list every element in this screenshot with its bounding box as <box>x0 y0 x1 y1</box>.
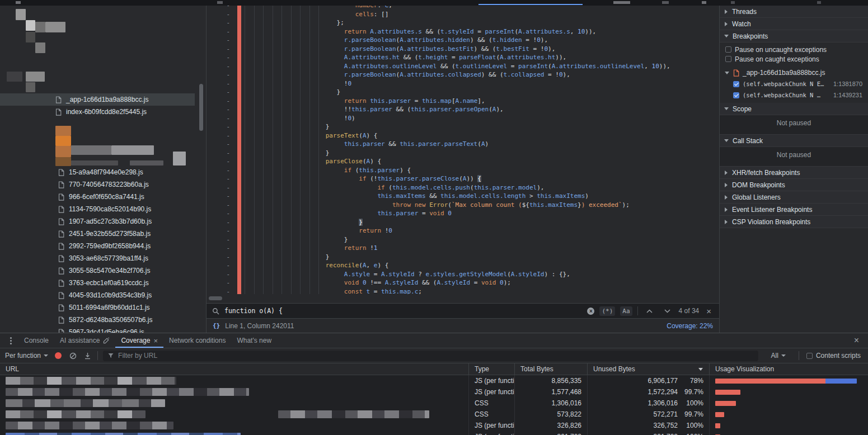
line-number[interactable]: - <box>207 261 230 270</box>
content-scripts-row[interactable]: Content scripts <box>804 351 863 361</box>
url-filter-input[interactable]: Filter by URL <box>103 351 758 361</box>
table-row[interactable]: CSS573,822572,27199.7% <box>0 409 868 420</box>
breakpoint-entry[interactable]: (self.webpackChunk_N_E…1:1381870 <box>720 78 868 89</box>
line-number[interactable]: - <box>207 45 230 54</box>
match-case-toggle[interactable]: Aa <box>620 306 632 316</box>
column-header-usage-visualization[interactable]: Usage Visualization <box>710 363 868 375</box>
line-number[interactable]: - <box>207 166 230 175</box>
section-breakpoints[interactable]: Breakpoints <box>720 30 868 42</box>
section-scope[interactable]: Scope <box>720 103 868 115</box>
line-number[interactable]: - <box>207 62 230 71</box>
table-row[interactable]: JS (per functi…326,826326,752100% <box>0 420 868 431</box>
line-number[interactable]: - <box>207 27 230 36</box>
line-number[interactable]: - <box>207 140 230 149</box>
tab-close-icon[interactable]: × <box>153 337 158 345</box>
line-number[interactable]: - <box>207 287 230 295</box>
find-previous-button[interactable] <box>643 308 656 314</box>
line-number[interactable]: - <box>207 70 230 79</box>
line-number[interactable]: - <box>207 209 230 218</box>
coverage-mode-select[interactable]: Per function <box>5 352 48 360</box>
file-item[interactable]: 1907-ad5c27c3b3b7d60b.js <box>0 215 206 228</box>
breakpoint-checkbox[interactable] <box>733 92 739 98</box>
column-header-unused-bytes[interactable]: Unused Bytes <box>588 363 710 375</box>
pause-uncaught-checkbox[interactable] <box>725 46 731 53</box>
file-item[interactable]: 966-6cef0f650c8a7441.js <box>0 191 206 203</box>
line-number[interactable]: - <box>207 218 230 227</box>
line-number[interactable]: - <box>207 6 230 10</box>
line-number[interactable]: - <box>207 226 230 235</box>
line-number[interactable]: - <box>207 36 230 45</box>
line-number[interactable]: - <box>207 97 230 106</box>
tab-console[interactable]: Console <box>18 333 54 348</box>
line-number[interactable]: - <box>207 88 230 97</box>
pause-caught-exceptions-row[interactable]: Pause on caught exceptions <box>720 54 868 64</box>
tab-coverage[interactable]: Coverage× <box>115 333 163 348</box>
section-watch[interactable]: Watch <box>720 18 868 30</box>
section-xhr-fetch-breakpoints[interactable]: XHR/fetch Breakpoints <box>720 167 868 179</box>
navigator-scrollbar[interactable] <box>199 84 203 131</box>
line-number[interactable]: - <box>207 183 230 192</box>
horizontal-scrollbar-thumb[interactable] <box>209 296 222 300</box>
file-item[interactable]: 3055-58c5470e34b2f706.js <box>0 264 206 277</box>
line-number[interactable]: - <box>207 131 230 140</box>
table-row[interactable]: JS (per functi…8,856,3356,906,17778% <box>0 375 868 386</box>
clear-input-icon[interactable]: × <box>587 308 594 315</box>
breakpoint-checkbox[interactable] <box>733 81 739 87</box>
line-number[interactable]: - <box>207 157 230 166</box>
record-coverage-button[interactable] <box>55 352 62 359</box>
export-coverage-icon[interactable] <box>83 352 92 360</box>
line-number[interactable]: - <box>207 114 230 123</box>
regex-toggle[interactable]: (*) <box>599 306 615 316</box>
drawer-close-button[interactable]: × <box>848 335 865 346</box>
file-item[interactable]: 2992-759ed9bf2658b944.js <box>0 240 206 252</box>
file-item[interactable]: 5872-d6248ba3506507b6.js <box>0 314 206 326</box>
file-item[interactable]: _app-1c66d1ba9a888bcc.js <box>0 93 195 106</box>
file-item[interactable]: 3053-ae68c57739ba1ff4.js <box>0 252 206 264</box>
file-item[interactable]: 15-a9a48f7944e0e298.js <box>0 166 206 178</box>
line-number[interactable]: - <box>207 278 230 287</box>
pause-caught-checkbox[interactable] <box>725 56 731 62</box>
pretty-print-icon[interactable]: {} <box>213 322 220 329</box>
line-number[interactable]: - <box>207 149 230 158</box>
line-number[interactable]: - <box>207 10 230 19</box>
line-number[interactable]: - <box>207 53 230 62</box>
tab-what-s-new[interactable]: What's new <box>231 333 277 348</box>
line-number[interactable]: - <box>207 192 230 201</box>
clear-coverage-icon[interactable] <box>68 352 78 360</box>
type-filter-select[interactable]: All <box>763 352 794 360</box>
code-content[interactable]: number: e, cells: [] }; return A.attribu… <box>244 6 719 294</box>
table-row[interactable]: CSS1,306,0161,306,016100% <box>0 398 868 409</box>
file-item[interactable]: 4045-93d1c0b9d354c3b9.js <box>0 289 206 301</box>
line-number[interactable]: - <box>207 201 230 210</box>
line-number[interactable]: - <box>207 235 230 244</box>
more-tools-icon[interactable] <box>10 340 12 342</box>
section-threads[interactable]: Threads <box>720 6 868 18</box>
file-item[interactable]: 3763-ecbc1ef0a619ccdc.js <box>0 277 206 289</box>
line-number[interactable]: - <box>207 105 230 114</box>
breakpoint-entry[interactable]: (self.webpackChunk_N_…1:1439231 <box>720 89 868 101</box>
line-number[interactable]: - <box>207 79 230 88</box>
find-next-button[interactable] <box>661 308 674 314</box>
file-item[interactable]: 1134-7590ca8c52014b90.js <box>0 203 206 215</box>
table-row[interactable]: JS (per functi…1,577,4681,572,29499.7% <box>0 386 868 398</box>
section-global-listeners[interactable]: Global Listeners <box>720 191 868 204</box>
file-item[interactable]: 770-740564783223b60a.js <box>0 178 206 191</box>
section-call-stack[interactable]: Call Stack <box>720 135 868 147</box>
section-event-listener-breakpoints[interactable]: Event Listener Breakpoints <box>720 204 868 216</box>
line-number[interactable]: - <box>207 174 230 183</box>
line-number-gutter[interactable]: ---------------------------------- <box>207 6 237 294</box>
breakpoint-file-group[interactable]: _app-1c66d1ba9a888bcc.js <box>720 67 868 78</box>
line-number[interactable]: - <box>207 253 230 262</box>
code-area[interactable]: ---------------------------------- numbe… <box>207 6 719 294</box>
file-item[interactable]: index-6b09fcdd8e2f5445.js <box>0 106 206 118</box>
section-dom-breakpoints[interactable]: DOM Breakpoints <box>720 179 868 191</box>
tab-ai-assistance[interactable]: AI assistance <box>54 333 115 348</box>
file-item[interactable]: 5011-6994a6f9b60dd1c1.js <box>0 301 206 314</box>
line-number[interactable]: - <box>207 244 230 253</box>
column-header-url[interactable]: URL <box>0 363 469 375</box>
line-number[interactable]: - <box>207 18 230 27</box>
file-item[interactable]: 5967-3dc41d5eba6c96.js <box>0 326 206 333</box>
coverage-link[interactable]: Coverage: 22% <box>667 322 713 330</box>
tab-network-conditions[interactable]: Network conditions <box>163 333 231 348</box>
column-header-total-bytes[interactable]: Total Bytes <box>515 363 588 375</box>
